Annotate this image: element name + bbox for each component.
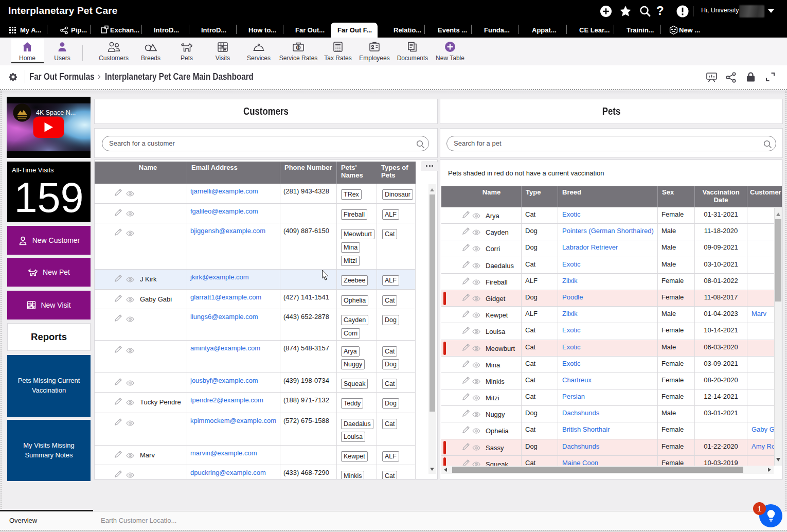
svg-text:4K Space N...: 4K Space N... xyxy=(36,109,76,116)
